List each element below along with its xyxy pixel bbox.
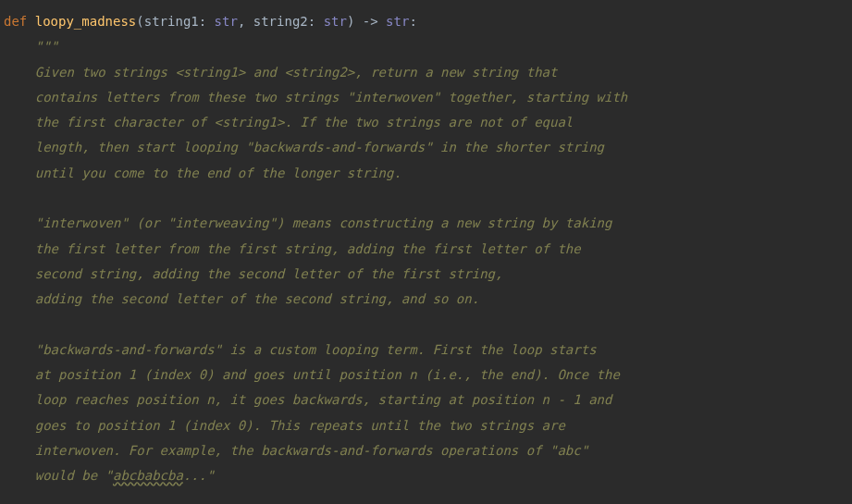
colon1: : (199, 14, 215, 29)
param1-type: str (215, 14, 238, 29)
code-editor[interactable]: def loopy_madness(string1: str, string2:… (0, 9, 852, 489)
docstring-line: length, then start looping "backwards-an… (4, 140, 604, 154)
docstring-line: adding the second letter of the second s… (4, 291, 479, 306)
docstring-line: Given two strings <string1> and <string2… (4, 65, 557, 80)
docstring-line: at position 1 (index 0) and goes until p… (4, 367, 620, 382)
docstring-line: "backwards-and-forwards" is a custom loo… (4, 342, 597, 357)
docstring-line-prefix: would be " (4, 468, 113, 483)
param2-type: str (324, 14, 347, 29)
docstring-line: interwoven. For example, the backwards-a… (4, 443, 588, 458)
param1-name: string1 (144, 14, 199, 29)
comma: , (238, 14, 253, 29)
docstring-line: contains letters from these two strings … (4, 90, 627, 104)
docstring-line: the first letter from the first string, … (4, 241, 581, 256)
docstring-underlined: abcbabcba (113, 468, 183, 483)
docstring-line: the first character of <string1>. If the… (4, 115, 573, 129)
colon2: : (308, 14, 324, 29)
docstring-line: "interwoven" (or "interweaving") means c… (4, 215, 611, 230)
open-paren: ( (136, 14, 143, 29)
docstring-line: goes to position 1 (index 0). This repea… (4, 418, 565, 433)
return-type: str (386, 14, 409, 29)
arrow: -> (354, 14, 386, 29)
function-name: loopy_madness (35, 14, 137, 29)
docstring-line-suffix: ..." (183, 468, 215, 483)
docstring-open: """ (4, 39, 58, 54)
docstring-line: until you come to the end of the longer … (4, 166, 401, 180)
param2-name: string2 (253, 14, 308, 29)
def-keyword: def (4, 14, 35, 29)
docstring-line: loop reaches position n, it goes backwar… (4, 392, 611, 407)
docstring-line: second string, adding the second letter … (4, 266, 502, 281)
end-colon: : (409, 14, 416, 29)
